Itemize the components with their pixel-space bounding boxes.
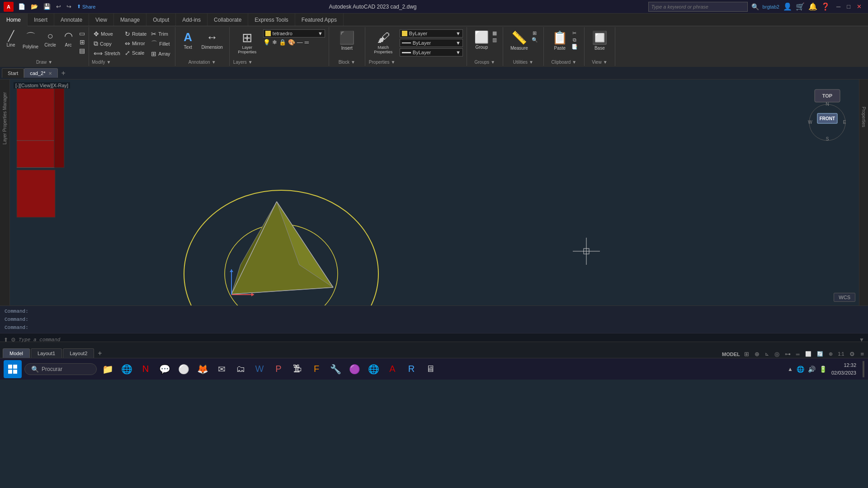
utilities-option-1[interactable]: ⊞ [532,30,538,36]
utilities-label[interactable]: Utilities ▼ [513,60,533,65]
minimize-button[interactable]: ─ [834,2,843,11]
taskbar-whatsapp[interactable]: 💬 [156,361,173,377]
polyline-button[interactable]: ⌒ Polyline [21,29,40,50]
group-button[interactable]: ⬜ Group [472,29,491,51]
transparency-toggle[interactable]: ⬜ [804,351,813,357]
filter-icon[interactable]: ⚙ [11,337,16,343]
taskbar-edge[interactable]: 🌐 [118,361,135,377]
command-input-field[interactable] [19,337,856,343]
copyclip-button[interactable]: ⧉ [571,37,578,43]
properties-label[interactable]: Properties ▼ [369,60,395,65]
group-option-2[interactable]: ▥ [492,37,497,43]
new-button[interactable]: 📄 [16,2,27,11]
line-button[interactable]: ╱ Line [3,29,19,48]
view-label-group[interactable]: View ▼ [592,60,607,65]
annotation-label[interactable]: Annotation ▼ [189,60,216,65]
rectangle-button[interactable]: ▭ [78,29,86,38]
linetype-dropdown[interactable]: ByLayer ▼ [400,39,463,47]
taskbar-files[interactable]: 📁 [99,361,116,377]
show-desktop-button[interactable] [863,361,864,377]
redo-button[interactable]: ↪ [65,2,73,11]
arc-button[interactable]: ◠ Arc [60,29,76,48]
taskbar-app1[interactable]: 🔧 [327,361,344,377]
rotate-button[interactable]: ↻ Rotate [123,29,148,38]
gizmo-button[interactable]: ⊕ [827,351,834,357]
tray-volume-icon[interactable]: 🔊 [808,366,816,373]
search-input[interactable] [648,2,748,12]
copy-button[interactable]: ⧉ Copy [92,39,122,48]
groups-expand[interactable]: Groups ▼ [474,60,495,65]
cut-button[interactable]: ✂ [571,30,578,36]
share-button[interactable]: ⬆ Share [75,3,97,10]
taskbar-filezilla[interactable]: F [308,361,325,377]
lineweight-toggle[interactable]: ═ [795,351,801,357]
clipboard-label[interactable]: Clipboard ▼ [551,60,576,65]
tray-arrow-icon[interactable]: ▲ [788,366,793,372]
datetime-display[interactable]: 12:32 02/03/2023 [831,361,856,376]
taskbar-app2[interactable]: 🟣 [346,361,363,377]
tab-layout1[interactable]: Layout1 [31,348,62,358]
layer-color-icon[interactable]: 🎨 [288,39,295,46]
fillet-button[interactable]: ⌒ Fillet [149,39,172,49]
canvas-area[interactable]: [-][Custom View][X-Ray] [10,80,859,305]
layers-label[interactable]: Layers ▼ [233,60,253,65]
ortho-button[interactable]: ⊾ [764,351,770,357]
taskbar-app4[interactable]: 🖥 [422,361,439,377]
paste-button[interactable]: 📋 Paste [550,29,570,52]
taskbar-word[interactable]: W [251,361,268,377]
taskbar-firefox[interactable]: 🦊 [194,361,211,377]
taskbar-revit[interactable]: R [403,361,420,377]
trim-button[interactable]: ✂ Trim [149,29,172,38]
move-button[interactable]: ✥ Move [92,29,122,38]
taskbar-netflix[interactable]: N [137,361,154,377]
user-name[interactable]: brgtab2 [763,4,779,9]
collapse-icon[interactable]: ▼ [859,337,864,343]
osnap-button[interactable]: ⊶ [783,350,792,358]
tab-output[interactable]: Output [146,14,176,26]
start-button[interactable] [4,360,22,378]
tab-addins[interactable]: Add-ins [176,14,208,26]
grid-button[interactable]: ⊞ [743,350,750,358]
block-label[interactable]: Block ▼ [339,60,355,65]
dimension-button[interactable]: ↔ Dimension [200,29,225,51]
hatch-button[interactable]: ⊞ [78,38,86,46]
taskbar-chrome[interactable]: 🌐 [365,361,382,377]
tab-close-icon[interactable]: ✕ [48,71,52,76]
draw-label[interactable]: Draw ▼ [36,60,52,65]
tab-manage[interactable]: Manage [114,14,146,26]
snap-button[interactable]: ⊕ [753,350,761,358]
gradient-button[interactable]: ▤ [78,47,86,55]
polar-button[interactable]: ◎ [773,350,781,358]
layer-freeze-icon[interactable]: ❄ [272,39,277,46]
tray-network-icon[interactable]: 🌐 [797,366,804,373]
scale-button[interactable]: ⤢ Scale [123,48,148,57]
statusbar-customize[interactable]: ≡ [859,350,865,358]
close-button[interactable]: ✕ [854,2,864,11]
taskbar-app3[interactable]: A [384,361,401,377]
maximize-button[interactable]: □ [844,2,853,11]
tab-start[interactable]: Start [2,68,24,78]
tab-model[interactable]: Model [3,348,30,358]
undo-button[interactable]: ↩ [54,2,63,11]
insert-button[interactable]: ⬛ Insert [336,29,358,52]
taskbar-files2[interactable]: 🗂 [232,361,249,377]
tab-cad2[interactable]: cad_2* ✕ [24,68,57,78]
modify-label[interactable]: Modify ▼ [92,60,111,65]
open-button[interactable]: 📂 [29,2,40,11]
color-dropdown[interactable]: ByLayer ▼ [400,29,463,38]
measure-button[interactable]: 📏 Measure [509,29,530,52]
match-properties-button[interactable]: 🖌 Match Properties [369,29,398,56]
circle-button[interactable]: ○ Circle [42,29,58,48]
tab-layout2[interactable]: Layout2 [63,348,94,358]
utilities-option-2[interactable]: 🔍 [532,37,538,43]
pastespec-button[interactable]: 📑 [571,44,578,50]
tab-collaborate[interactable]: Collaborate [208,14,248,26]
view-button[interactable]: 🔲 Base [589,29,610,52]
tab-home[interactable]: Home [0,14,28,27]
taskbar-mail[interactable]: ✉ [213,361,230,377]
expand-icon[interactable]: ⬆ [4,337,8,343]
layer-on-icon[interactable]: 💡 [263,39,270,46]
taskbar-winrar[interactable]: 🗜 [289,361,306,377]
array-button[interactable]: ⊞ Array [149,49,172,58]
tab-insert[interactable]: Insert [28,14,54,26]
